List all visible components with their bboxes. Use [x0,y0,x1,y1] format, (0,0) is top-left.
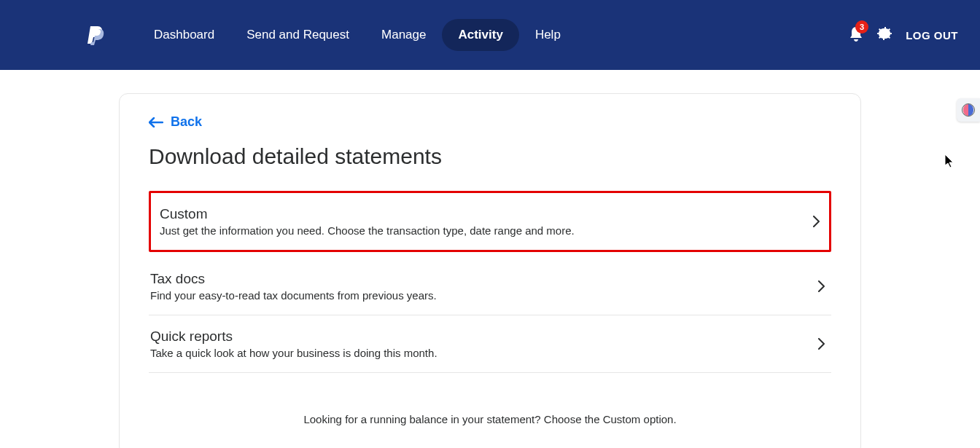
page-title: Download detailed statements [149,144,831,169]
option-desc: Find your easy-to-read tax documents fro… [150,289,818,302]
back-button[interactable]: Back [149,114,202,130]
main-header: Dashboard Send and Request Manage Activi… [0,0,980,70]
nav-manage[interactable]: Manage [365,19,442,51]
side-widget-button[interactable] [957,98,980,122]
notification-badge: 3 [855,20,868,34]
nav-activity[interactable]: Activity [442,19,518,51]
settings-button[interactable] [876,25,892,44]
option-title: Tax docs [150,271,818,287]
footer-hint: Looking for a running balance in your st… [149,413,831,425]
logout-button[interactable]: LOG OUT [906,29,958,42]
option-content: Quick reports Take a quick look at how y… [150,329,818,359]
mouse-cursor [945,154,957,169]
brain-icon [961,103,976,117]
main-nav: Dashboard Send and Request Manage Activi… [138,19,577,51]
option-custom[interactable]: Custom Just get the information you need… [149,191,831,252]
option-desc: Take a quick look at how your business i… [150,347,818,359]
option-desc: Just get the information you need. Choos… [160,224,813,237]
chevron-right-icon [818,280,825,292]
option-tax-docs[interactable]: Tax docs Find your easy-to-read tax docu… [149,258,831,315]
nav-help[interactable]: Help [519,19,577,51]
header-right: 3 LOG OUT [849,25,958,44]
content-card: Back Download detailed statements Custom… [119,93,861,448]
chevron-right-icon [818,338,825,350]
back-label: Back [171,114,202,130]
chevron-right-icon [813,216,820,227]
notifications-button[interactable]: 3 [849,25,863,44]
option-title: Quick reports [150,329,818,345]
option-quick-reports[interactable]: Quick reports Take a quick look at how y… [149,315,831,373]
option-title: Custom [160,206,813,222]
arrow-left-icon [149,117,163,127]
nav-dashboard[interactable]: Dashboard [138,19,230,51]
paypal-logo[interactable] [88,25,105,45]
nav-send-request[interactable]: Send and Request [230,19,365,51]
option-content: Custom Just get the information you need… [160,206,813,237]
option-content: Tax docs Find your easy-to-read tax docu… [150,271,818,302]
gear-icon [876,25,892,42]
